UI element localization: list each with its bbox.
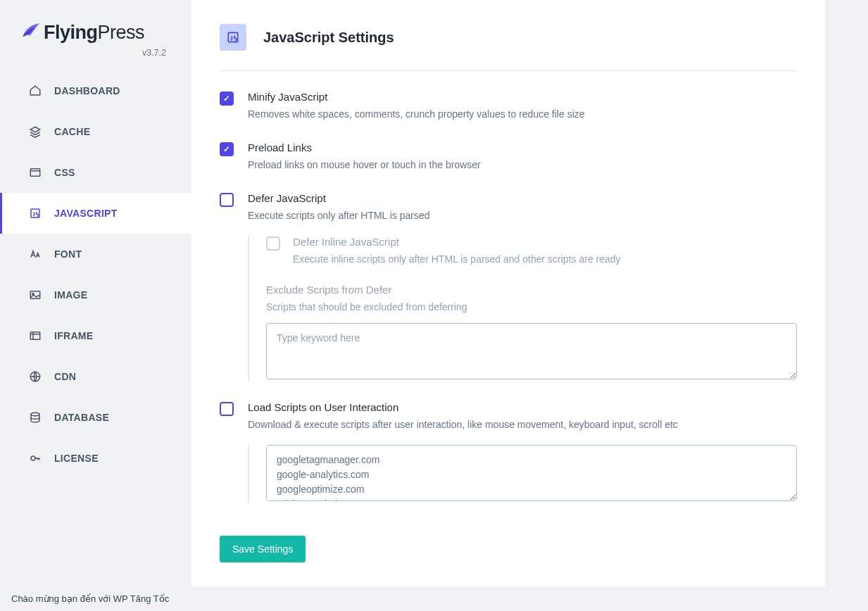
nav-label: IMAGE: [54, 289, 87, 301]
option-load-on-interaction: Load Scripts on User Interaction Downloa…: [220, 401, 797, 432]
defer-inline-checkbox[interactable]: [266, 237, 280, 251]
svg-point-7: [31, 456, 35, 460]
sidebar: FlyingPress v3.7.2 DASHBOARD CACHE CSS J…: [0, 0, 191, 611]
nav-label: FONT: [54, 248, 82, 260]
nav-label: JAVASCRIPT: [54, 208, 118, 219]
main: JavaScript Settings Minify JavaScript Re…: [191, 0, 868, 611]
brand-area: FlyingPress v3.7.2: [0, 21, 191, 70]
nav-item-image[interactable]: IMAGE: [0, 275, 191, 315]
nav-item-database[interactable]: DATABASE: [0, 397, 191, 438]
option-title: Load Scripts on User Interaction: [248, 401, 797, 413]
database-icon: [29, 411, 42, 424]
nav-label: DATABASE: [54, 412, 109, 423]
interaction-scripts-textarea[interactable]: [266, 445, 797, 501]
option-title: Defer JavaScript: [248, 192, 797, 204]
font-icon: [29, 248, 42, 260]
panel-title: JavaScript Settings: [263, 30, 394, 46]
preload-checkbox[interactable]: [220, 142, 234, 156]
nav-item-css[interactable]: CSS: [0, 152, 191, 193]
nav-item-license[interactable]: LICENSE: [0, 438, 191, 479]
nav-label: IFRAME: [54, 330, 93, 341]
exclude-desc: Scripts that should be excluded from def…: [266, 300, 797, 315]
nav-list: DASHBOARD CACHE CSS JAVASCRIPT FONT IMAG…: [0, 70, 191, 479]
option-title: Minify JavaScript: [248, 91, 797, 103]
css-icon: [29, 166, 42, 179]
javascript-icon: [29, 207, 42, 220]
option-desc: Removes white spaces, comments, crunch p…: [248, 107, 797, 122]
option-desc: Download & execute scripts after user in…: [248, 417, 797, 432]
interaction-sub-section: [248, 445, 797, 503]
nav-item-dashboard[interactable]: DASHBOARD: [0, 70, 191, 111]
nav-item-javascript[interactable]: JAVASCRIPT: [0, 193, 191, 234]
javascript-icon: [220, 24, 246, 51]
option-desc: Execute inline scripts only after HTML i…: [293, 252, 797, 267]
svg-rect-4: [30, 332, 40, 340]
exclude-defer-block: Exclude Scripts from Defer Scripts that …: [266, 284, 797, 382]
svg-rect-0: [30, 169, 40, 177]
option-defer-inline: Defer Inline JavaScript Execute inline s…: [266, 236, 797, 267]
key-icon: [29, 452, 42, 465]
svg-point-6: [31, 412, 39, 416]
iframe-icon: [29, 329, 42, 342]
nav-item-cache[interactable]: CACHE: [0, 111, 191, 152]
save-button[interactable]: Save Settings: [220, 536, 306, 562]
defer-checkbox[interactable]: [220, 193, 234, 207]
logo-text: FlyingPress: [44, 22, 144, 44]
option-title: Preload Links: [248, 141, 797, 153]
exclude-title: Exclude Scripts from Defer: [266, 284, 797, 296]
version-label: v3.7.2: [18, 44, 173, 66]
option-preload-links: Preload Links Preload links on mouse hov…: [220, 141, 797, 172]
option-defer-js: Defer JavaScript Execute scripts only af…: [220, 192, 797, 223]
option-desc: Execute scripts only after HTML is parse…: [248, 208, 797, 223]
settings-panel: JavaScript Settings Minify JavaScript Re…: [191, 0, 825, 591]
panel-header: JavaScript Settings: [220, 24, 797, 71]
nav-label: CACHE: [54, 126, 90, 137]
nav-label: CDN: [54, 371, 76, 382]
footer-text: Chào mừng bạn đến với WP Tăng Tốc: [0, 586, 868, 611]
logo-icon: [18, 21, 41, 44]
option-minify-js: Minify JavaScript Removes white spaces, …: [220, 91, 797, 122]
option-title: Defer Inline JavaScript: [293, 236, 797, 248]
minify-checkbox[interactable]: [220, 92, 234, 106]
nav-item-iframe[interactable]: IFRAME: [0, 315, 191, 356]
globe-icon: [29, 370, 42, 383]
nav-item-font[interactable]: FONT: [0, 234, 191, 275]
nav-label: CSS: [54, 167, 75, 178]
defer-sub-section: Defer Inline JavaScript Execute inline s…: [248, 236, 797, 382]
logo: FlyingPress: [18, 21, 173, 44]
option-desc: Preload links on mouse hover or touch in…: [248, 158, 797, 172]
layers-icon: [29, 125, 42, 138]
load-interaction-checkbox[interactable]: [220, 402, 234, 416]
nav-label: DASHBOARD: [54, 85, 120, 96]
nav-item-cdn[interactable]: CDN: [0, 356, 191, 397]
exclude-defer-textarea[interactable]: [266, 323, 797, 379]
home-icon: [29, 84, 42, 97]
nav-label: LICENSE: [54, 453, 99, 464]
image-icon: [29, 289, 42, 301]
